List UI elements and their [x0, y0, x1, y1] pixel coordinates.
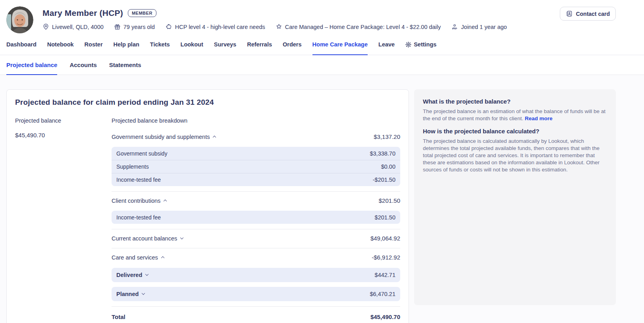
nav-item-orders[interactable]: Orders [283, 41, 302, 55]
meta-hcp-level-text: HCP level 4 - high-level care needs [175, 24, 265, 30]
meta-care-package: Care Managed – Home Care Package: Level … [276, 23, 441, 30]
member-meta-row: Livewell, QLD, 4000 79 years old [42, 23, 616, 30]
primary-nav: Dashboard Notebook Roster Help plan Tick… [0, 33, 644, 55]
section-value: $3,137.20 [374, 133, 400, 140]
detail-label: Government subsidy [116, 150, 167, 157]
detail-value: -$201.50 [373, 177, 395, 183]
nav-label: Orders [283, 41, 302, 48]
tab-projected-balance[interactable]: Projected balance [6, 62, 57, 75]
total-row: Total $45,490.70 [112, 313, 400, 320]
meta-location-text: Livewell, QLD, 4000 [52, 24, 104, 30]
detail-row-government-subsidy: Government subsidy $3,338.70 [112, 147, 400, 160]
meta-joined: Joined 1 year ago [451, 23, 507, 30]
profile-header: Mary Member (HCP) MEMBER Livewell, QLD, … [0, 0, 644, 33]
section-label: Government subsidy and supplements [112, 134, 210, 140]
detail-row-supplements: Supplements $0.00 [112, 160, 400, 173]
member-badge: MEMBER [128, 9, 156, 17]
group-value: $6,470.21 [370, 291, 395, 297]
section-label: Care and services [112, 254, 158, 261]
contact-card-label: Contact card [576, 11, 610, 17]
chevron-up-icon [161, 256, 164, 259]
contact-card-icon [566, 10, 573, 17]
nav-label: Dashboard [6, 41, 37, 48]
info-body-what: The projected balance is an estimation o… [423, 108, 607, 122]
detail-value: $3,338.70 [370, 150, 395, 157]
section-divider [112, 191, 400, 192]
info-heading-what: What is the projected balance? [423, 98, 607, 105]
section-toggle-current-account-balances[interactable]: Current account balances $49,064.92 [112, 233, 400, 244]
chevron-down-icon [145, 273, 148, 276]
chevron-up-icon [164, 199, 167, 202]
nav-item-roster[interactable]: Roster [85, 41, 103, 55]
section-divider [112, 306, 400, 307]
card-columns: Projected balance $45,490.70 Projected b… [15, 117, 400, 320]
meta-hcp-level: HCP level 4 - high-level care needs [165, 23, 265, 30]
detail-row-income-tested-fee: Income-tested fee -$201.50 [112, 173, 400, 186]
name-row: Mary Member (HCP) MEMBER [42, 8, 616, 18]
joined-hand-icon [451, 23, 458, 30]
section-label: Current account balances [112, 235, 177, 242]
nav-label: Notebook [47, 41, 74, 48]
piggy-bank-icon [165, 23, 172, 30]
total-value: $45,490.70 [370, 313, 400, 320]
section-value: -$6,912.92 [372, 254, 400, 261]
nav-item-tickets[interactable]: Tickets [150, 41, 170, 55]
nav-label: Tickets [150, 41, 170, 48]
gift-icon [114, 23, 121, 30]
section-divider [112, 229, 400, 229]
detail-label: Income-tested fee [116, 214, 161, 221]
nav-label: Help plan [114, 41, 139, 48]
summary-value: $45,490.70 [15, 132, 112, 138]
nav-label: Roster [85, 41, 103, 48]
chevron-up-icon [213, 135, 216, 138]
meta-age-text: 79 years old [123, 24, 155, 30]
meta-location: Livewell, QLD, 4000 [42, 23, 104, 30]
read-more-link[interactable]: Read more [525, 115, 553, 121]
group-toggle-delivered[interactable]: Delivered $442.71 [112, 268, 400, 282]
tab-accounts[interactable]: Accounts [69, 62, 96, 75]
profile-info: Mary Member (HCP) MEMBER Livewell, QLD, … [42, 6, 616, 30]
section-divider [112, 248, 400, 248]
detail-value: $0.00 [381, 163, 395, 170]
detail-row-income-tested-fee: Income-tested fee $201.50 [112, 211, 400, 224]
tab-statements[interactable]: Statements [109, 62, 141, 75]
meta-age: 79 years old [114, 23, 155, 30]
nav-item-lookout[interactable]: Lookout [181, 41, 203, 55]
section-toggle-government-subsidy-and-supplements[interactable]: Government subsidy and supplements $3,13… [112, 131, 400, 142]
chevron-down-icon [180, 236, 183, 239]
nav-item-surveys[interactable]: Surveys [214, 41, 236, 55]
contact-card-button[interactable]: Contact card [560, 7, 616, 21]
meta-joined-text: Joined 1 year ago [461, 24, 507, 30]
page: Mary Member (HCP) MEMBER Livewell, QLD, … [0, 0, 644, 323]
group-toggle-planned[interactable]: Planned $6,470.21 [112, 287, 400, 301]
nav-item-leave[interactable]: Leave [378, 41, 395, 55]
section-detail-box: Income-tested fee $201.50 [112, 211, 400, 224]
group-label: Planned [116, 291, 139, 297]
nav-item-home-care-package[interactable]: Home Care Package [312, 41, 368, 55]
group-label: Delivered [116, 272, 142, 278]
nav-item-dashboard[interactable]: Dashboard [6, 41, 37, 55]
info-text: The projected balance is an estimation o… [423, 108, 605, 121]
info-heading-how: How is the projected balance calculated? [423, 128, 607, 135]
avatar [6, 6, 33, 33]
nav-item-settings[interactable]: Settings [405, 41, 436, 55]
nav-item-referrals[interactable]: Referrals [247, 41, 272, 55]
nav-label: Lookout [181, 41, 203, 48]
nav-item-notebook[interactable]: Notebook [47, 41, 74, 55]
gear-icon [405, 42, 411, 48]
nav-label: Settings [414, 41, 436, 48]
total-label: Total [112, 313, 125, 320]
location-pin-icon [42, 23, 49, 30]
nav-label: Referrals [247, 41, 272, 48]
content-area: Projected balance for claim period endin… [0, 75, 644, 323]
nav-label: Leave [378, 41, 395, 48]
meta-care-package-text: Care Managed – Home Care Package: Level … [285, 24, 441, 30]
section-toggle-client-contributions[interactable]: Client contributions $201.50 [112, 195, 400, 206]
section-toggle-care-and-services[interactable]: Care and services -$6,912.92 [112, 252, 400, 263]
page-title: Mary Member (HCP) [42, 8, 123, 18]
summary-column: Projected balance $45,490.70 [15, 117, 112, 320]
breakdown-column: Projected balance breakdown Government s… [112, 117, 400, 320]
info-body-how: The projected balance is calculated auto… [423, 138, 607, 173]
nav-item-help-plan[interactable]: Help plan [114, 41, 139, 55]
group-value: $442.71 [375, 272, 395, 278]
